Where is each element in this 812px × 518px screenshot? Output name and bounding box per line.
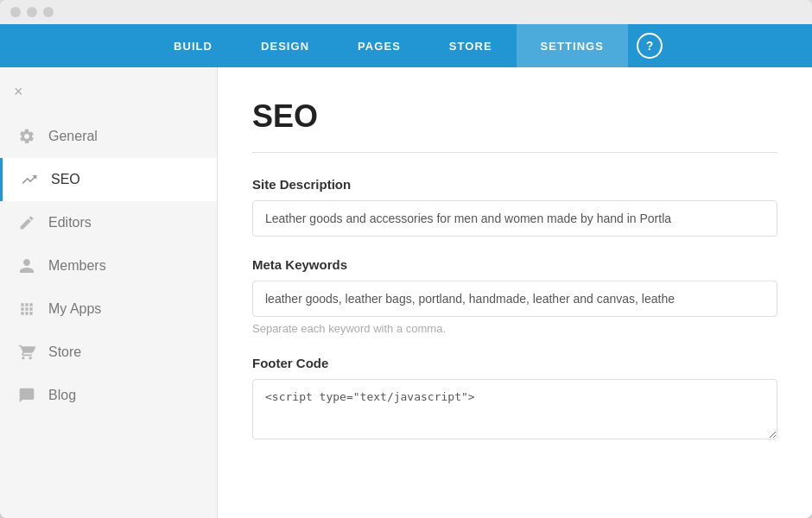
sidebar-item-general[interactable]: General bbox=[0, 115, 217, 158]
app-window: BUILD DESIGN PAGES STORE SETTINGS ? × Ge… bbox=[0, 0, 812, 518]
body-layout: × General SEO bbox=[0, 67, 812, 518]
sidebar-item-seo[interactable]: SEO bbox=[0, 158, 217, 201]
nav-build[interactable]: BUILD bbox=[149, 24, 237, 67]
help-button[interactable]: ? bbox=[637, 33, 663, 59]
sidebar-label-general: General bbox=[48, 129, 98, 144]
traffic-light-minimize[interactable] bbox=[27, 7, 37, 17]
site-description-input[interactable] bbox=[252, 200, 777, 237]
person-icon bbox=[17, 256, 36, 275]
meta-keywords-input[interactable] bbox=[252, 281, 777, 317]
footer-code-textarea[interactable]: <script type="text/javascript"> bbox=[252, 379, 777, 439]
sidebar-item-store[interactable]: Store bbox=[0, 331, 217, 374]
sidebar-item-editors[interactable]: Editors bbox=[0, 201, 217, 244]
sidebar-close[interactable]: × bbox=[0, 76, 217, 115]
sidebar-label-seo: SEO bbox=[51, 172, 80, 187]
cart-icon bbox=[17, 343, 36, 362]
traffic-light-maximize[interactable] bbox=[43, 7, 54, 17]
nav-design[interactable]: DESIGN bbox=[237, 24, 333, 67]
sidebar-label-members: Members bbox=[48, 258, 106, 274]
site-description-label: Site Description bbox=[252, 177, 777, 192]
sidebar-item-myapps[interactable]: My Apps bbox=[0, 287, 217, 331]
title-bar bbox=[0, 0, 812, 24]
gear-icon bbox=[17, 127, 36, 146]
pencil-icon bbox=[17, 213, 36, 232]
sidebar-label-store: Store bbox=[48, 344, 81, 360]
meta-keywords-label: Meta Keywords bbox=[252, 257, 777, 272]
top-nav: BUILD DESIGN PAGES STORE SETTINGS ? bbox=[0, 24, 812, 67]
footer-code-label: Footer Code bbox=[252, 356, 777, 370]
nav-store[interactable]: STORE bbox=[425, 24, 517, 67]
sidebar-label-myapps: My Apps bbox=[48, 301, 101, 317]
field-meta-keywords: Meta Keywords Separate each keyword with… bbox=[252, 257, 777, 335]
apps-icon bbox=[17, 300, 36, 319]
page-title: SEO bbox=[252, 98, 777, 135]
field-footer-code: Footer Code <script type="text/javascrip… bbox=[252, 356, 777, 443]
field-site-description: Site Description bbox=[252, 177, 777, 257]
sidebar: × General SEO bbox=[0, 67, 218, 518]
sidebar-label-editors: Editors bbox=[48, 215, 92, 231]
sidebar-label-blog: Blog bbox=[48, 388, 76, 403]
main-content: SEO Site Description Meta Keywords Separ… bbox=[218, 67, 812, 518]
section-divider bbox=[252, 152, 777, 153]
nav-settings[interactable]: SETTINGS bbox=[517, 24, 628, 67]
chat-icon bbox=[17, 386, 36, 405]
meta-keywords-hint: Separate each keyword with a comma. bbox=[252, 322, 777, 335]
sidebar-item-members[interactable]: Members bbox=[0, 244, 217, 287]
trending-icon bbox=[20, 170, 39, 189]
traffic-light-close[interactable] bbox=[10, 7, 21, 17]
nav-pages[interactable]: PAGES bbox=[333, 24, 425, 67]
sidebar-item-blog[interactable]: Blog bbox=[0, 374, 217, 417]
close-icon[interactable]: × bbox=[14, 83, 23, 100]
